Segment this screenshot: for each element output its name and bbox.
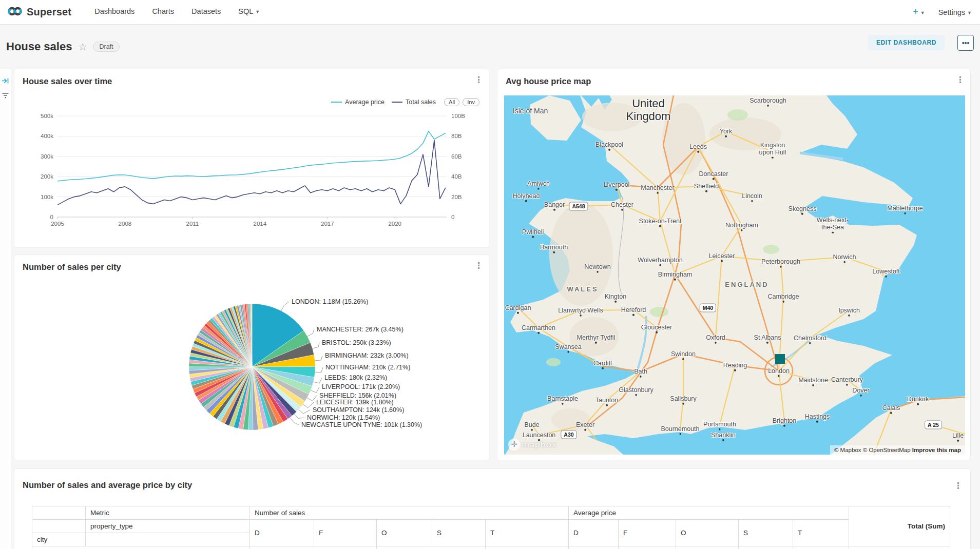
london-price-marker[interactable] (775, 354, 785, 364)
legend-all-button[interactable]: All (444, 98, 459, 106)
map-label: Bath (634, 368, 647, 375)
pie-slice-label: BRISTOL: 250k (3.23%) (322, 339, 391, 346)
legend-item-total-sales[interactable]: Total sales (392, 99, 436, 106)
map-label: Salisbury (670, 395, 696, 402)
brand-name: Superset (27, 6, 71, 18)
navbar-right: +▼ Settings▼ (913, 0, 972, 24)
legend-inv-button[interactable]: Inv (463, 98, 479, 106)
superset-dashboard: { "navbar": { "brand": "Superset", "item… (0, 0, 980, 549)
table-cell: 539 (250, 546, 314, 549)
main-nav: Dashboards Charts Datasets SQL▼ (86, 0, 268, 25)
nav-datasets[interactable]: Datasets (183, 0, 229, 25)
nav-sql[interactable]: SQL▼ (229, 0, 268, 25)
table-cell: 555k (569, 546, 619, 549)
chart-menu-kebab-icon[interactable]: ⋮ (954, 480, 962, 491)
chart-menu-kebab-icon[interactable]: ⋮ (474, 74, 483, 85)
map-label: Norwich (833, 253, 856, 261)
svg-text:2020: 2020 (388, 221, 401, 227)
chevron-down-icon: ▼ (967, 10, 972, 15)
chart-panel-sales-per-city: LONDON: 1.18M (15.26%)MANCHESTER: 267k (… (14, 255, 489, 460)
chart-legend: Average price Total sales All Inv (331, 98, 479, 106)
map-label: Scarborough (750, 97, 786, 104)
pie-slice-label: LIVERPOOL: 171k (2.20%) (322, 383, 400, 390)
svg-text:2008: 2008 (119, 221, 132, 227)
improve-map-link[interactable]: Improve this map (912, 447, 961, 453)
pivot-table: Metric Number of sales Average price Tot… (32, 506, 950, 549)
chart-panel-house-sales-over-time: House sales over time ⋮ Average price To… (14, 69, 489, 247)
svg-text:2005: 2005 (51, 221, 64, 227)
map-label: Blackpool (595, 141, 623, 148)
chart-panel-sales-avg-price-table: Number of sales and average price by cit… (14, 469, 970, 549)
legend-swatch (392, 102, 402, 103)
map-label: Glastonbury (619, 386, 653, 394)
road-badge: A 25 (925, 421, 942, 429)
mapbox-logo-icon: ✛ (508, 439, 520, 450)
svg-text:100B: 100B (451, 113, 465, 119)
table-cell: 635 (314, 546, 377, 549)
col-header-o: O (676, 520, 739, 546)
edit-dashboard-button[interactable]: EDIT DASHBOARD (868, 35, 945, 50)
metric-header: Metric (86, 506, 250, 520)
nav-dashboards[interactable]: Dashboards (86, 0, 143, 25)
pie-slice-label: LEEDS: 180k (2.32%) (324, 374, 387, 381)
map-label: Isle of Man (513, 107, 548, 115)
pie-chart[interactable] (14, 255, 489, 460)
filter-funnel-icon[interactable] (2, 91, 9, 101)
table-cell: 26 (377, 546, 432, 549)
legend-item-average-price[interactable]: Average price (331, 99, 385, 106)
table-cell: 1.12k (486, 546, 569, 549)
map-label: Dover (852, 387, 869, 394)
map-label: Liverpool (604, 181, 630, 188)
expand-filters-icon[interactable] (2, 77, 9, 87)
col-header-t: T (793, 520, 849, 546)
map-label: Carmarthen (522, 324, 555, 331)
favorite-star-icon[interactable]: ☆ (78, 41, 87, 53)
superset-logo[interactable]: Superset (7, 4, 71, 21)
map-label: Llanwrtyd Wells (558, 307, 603, 314)
navbar: Superset Dashboards Charts Datasets SQL▼… (0, 0, 980, 25)
nav-charts[interactable]: Charts (143, 0, 183, 25)
pie-slice-label: NEWCASTLE UPON TYNE: 101k (1.30%) (301, 421, 422, 428)
table-cell: 746k (676, 546, 739, 549)
svg-text:60B: 60B (451, 153, 462, 160)
blank-cell (86, 533, 250, 546)
blank-cell (32, 520, 86, 533)
map-label: UnitedKingdom (626, 97, 671, 123)
col-header-s: S (739, 520, 793, 546)
map-label: Maidstone (798, 377, 828, 384)
map-label: Cardiff (593, 360, 612, 367)
timeseries-chart[interactable]: 00100k20B200k40B300k60B400k80B500k100B20… (14, 110, 489, 247)
add-new-button[interactable]: +▼ (913, 7, 925, 17)
map-label: Taunton (595, 397, 618, 404)
col-header-s: S (432, 520, 486, 546)
map-label: Dunkirk (907, 396, 929, 403)
chart-menu-kebab-icon[interactable]: ⋮ (956, 74, 964, 85)
dashboard-more-button[interactable]: ••• (957, 35, 974, 51)
col-header-d: D (569, 520, 619, 546)
col-header-f: F (619, 520, 676, 546)
svg-text:300k: 300k (41, 153, 53, 160)
map-label: Cardigan (505, 304, 531, 311)
col-header-t: T (486, 520, 569, 546)
map-label: Portsmouth (703, 421, 736, 428)
total-sum-header: Total (Sum) (849, 506, 950, 546)
map-label: Ipswich (838, 307, 860, 314)
map-label: Brighton (773, 417, 797, 424)
map-label: Cambridge (767, 293, 799, 300)
map-label: Lille (952, 432, 964, 439)
map-label: Reading (723, 362, 747, 369)
svg-text:200k: 200k (41, 173, 53, 180)
mapbox-map[interactable]: UnitedKingdomIsle of ManScarboroughBlack… (504, 95, 965, 455)
road-badge: A548 (569, 202, 588, 211)
table-cell: 294k (793, 546, 849, 549)
map-label: Wolverhampton (638, 257, 682, 264)
chart-panel-avg-price-map: Avg house price map ⋮ (497, 69, 970, 460)
pie-slice-label: SHEFFIELD: 156k (2.01%) (319, 392, 396, 399)
settings-menu[interactable]: Settings▼ (938, 8, 972, 16)
col-header-f: F (314, 520, 377, 546)
road-badge: A30 (561, 430, 577, 439)
chart-menu-kebab-icon[interactable]: ⋮ (474, 260, 483, 271)
map-label: Swansea (555, 343, 581, 350)
mapbox-logo[interactable]: ✛ mapbox (508, 439, 556, 450)
map-label: Shanklin (711, 432, 736, 439)
